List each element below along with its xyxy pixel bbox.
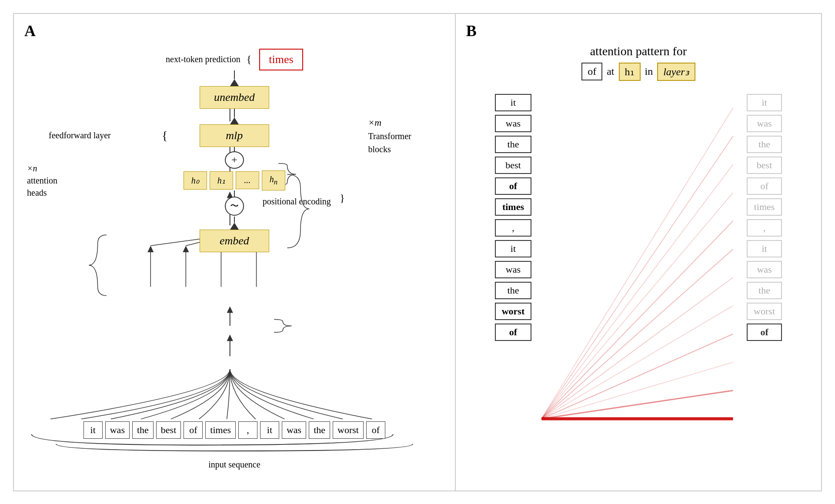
brace-pred: {: [247, 53, 252, 65]
left-token-9: the: [495, 282, 532, 299]
right-token-0: it: [747, 94, 782, 111]
panel-b-label: B: [466, 22, 477, 40]
tilde-arrow-line: [234, 190, 235, 197]
token-4: of: [184, 421, 203, 439]
unembed-label: unembed: [214, 91, 255, 103]
brace-svg: [47, 443, 421, 456]
left-token-8: was: [495, 261, 532, 278]
prediction-label: next-token prediction: [166, 54, 240, 64]
right-token-5: times: [747, 198, 782, 216]
attn-subtitle: of at h₁ in layer₃: [469, 63, 808, 81]
layer-label: layer₃: [663, 66, 689, 77]
transformer-annotation: ×m Transformerblocks: [368, 115, 411, 156]
token-8: was: [282, 421, 306, 439]
attention-heads-label: attentionheads: [27, 176, 57, 197]
token-9: the: [309, 421, 330, 439]
head-hn-label: hn: [270, 174, 277, 184]
attention-heads-row: ×n attentionheads h₀ h₁ ... hn: [14, 170, 455, 190]
in-label: in: [645, 66, 653, 77]
right-token-6: ,: [747, 219, 782, 237]
left-token-10: worst: [495, 303, 532, 320]
head-label-box: h₁: [619, 63, 641, 81]
attention-heads-annotation: ×n attentionheads: [27, 162, 57, 199]
token-11: of: [366, 421, 385, 439]
token-1: was: [105, 421, 130, 439]
embed-box: embed: [200, 230, 269, 252]
svg-line-25: [541, 193, 733, 419]
focus-token: of: [588, 66, 596, 77]
token-5: times: [205, 421, 236, 439]
left-col: itwasthebestoftimes,itwastheworstof: [495, 94, 532, 341]
transformer-blocks: Transformerblocks: [368, 131, 411, 154]
arrowhead-3: [230, 223, 239, 230]
mlp-label: mlp: [226, 129, 243, 142]
head-h0: h₀: [184, 171, 207, 190]
feedforward-row: feedforward layer { mlp ×m Transformerbl…: [14, 124, 455, 147]
left-token-7: it: [495, 240, 532, 257]
arrow-line-1: [234, 70, 235, 79]
arrow-3: [230, 217, 239, 230]
token-2: the: [132, 421, 154, 439]
svg-line-23: [541, 136, 733, 419]
tilde-circle: 〜: [225, 197, 244, 216]
right-token-11: of: [747, 324, 782, 341]
left-token-6: ,: [495, 219, 532, 237]
plus-circle: +: [225, 151, 244, 168]
right-token-3: best: [747, 157, 782, 174]
arrow-line-3: [234, 217, 235, 223]
head-hdots: ...: [236, 171, 259, 189]
layer-label-box: layer₃: [657, 63, 695, 81]
right-token-9: the: [747, 282, 782, 299]
plus-row: +: [225, 147, 244, 169]
right-token-10: worst: [747, 303, 782, 320]
right-token-2: the: [747, 136, 782, 153]
arrow-1: [230, 70, 239, 86]
head-h0-label: h₀: [191, 176, 199, 185]
left-token-5: times: [495, 198, 532, 216]
feedforward-label: feedforward layer: [49, 130, 111, 140]
head-h1: h₁: [210, 171, 233, 190]
svg-line-24: [541, 164, 733, 419]
main-container: A: [13, 13, 822, 491]
svg-line-28: [541, 277, 733, 419]
times-m: ×m: [368, 117, 381, 128]
left-token-3: best: [495, 157, 532, 174]
at-label: at: [607, 66, 614, 77]
right-token-4: of: [747, 177, 782, 195]
svg-line-27: [541, 249, 733, 419]
embed-label: embed: [220, 234, 249, 247]
token-10: worst: [333, 421, 364, 439]
left-token-4: of: [495, 177, 532, 195]
attn-title: attention pattern for: [469, 44, 808, 58]
right-token-8: was: [747, 261, 782, 278]
right-token-1: was: [747, 115, 782, 132]
pos-enc-label: positional encoding: [263, 197, 331, 207]
svg-line-22: [541, 108, 733, 419]
token-row: itwasthebestoftimes,itwastheworstof: [84, 421, 385, 439]
brace-ff: {: [162, 129, 167, 143]
svg-line-29: [541, 306, 733, 419]
panel-a: A: [14, 14, 456, 491]
svg-line-26: [541, 221, 733, 419]
arrowhead-1: [230, 79, 239, 86]
feedforward-annotation: feedforward layer: [49, 130, 111, 140]
brace-pos-enc: }: [340, 192, 345, 204]
token-7: it: [260, 421, 279, 439]
panel-b-header: attention pattern for of at h₁ in layer₃: [469, 44, 808, 81]
input-seq-row: input sequence: [14, 443, 455, 470]
token-0: it: [84, 421, 103, 439]
left-token-11: of: [495, 324, 532, 341]
right-token-7: it: [747, 240, 782, 257]
svg-line-30: [541, 334, 733, 419]
focus-token-box: of: [581, 63, 602, 80]
panel-a-label: A: [24, 22, 36, 40]
arrowhead-2: [230, 117, 239, 124]
svg-line-31: [541, 362, 733, 419]
left-token-1: was: [495, 115, 532, 132]
times-n: ×n: [27, 164, 37, 173]
arrow-line-2: [234, 109, 235, 117]
left-token-0: it: [495, 94, 532, 111]
head-hn: hn: [262, 170, 285, 190]
tilde-row: 〜 positional encoding }: [225, 190, 244, 217]
mlp-box: mlp: [200, 124, 269, 147]
